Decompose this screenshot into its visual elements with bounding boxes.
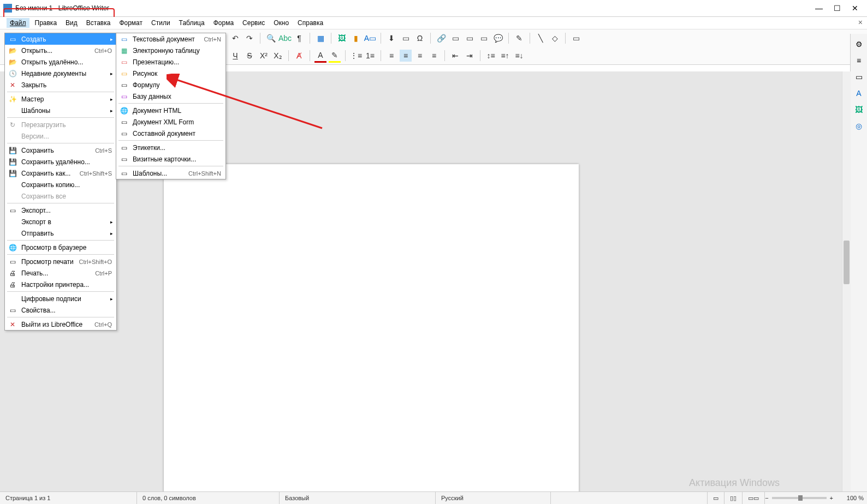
status-page[interactable]: Страница 1 из 1 — [0, 492, 137, 504]
align-left-icon[interactable]: ≡ — [385, 50, 397, 62]
menu-item-export[interactable]: ▭Экспорт... — [5, 205, 116, 216]
menu-tools[interactable]: Сервис — [239, 18, 268, 28]
menu-styles[interactable]: Стили — [148, 18, 174, 28]
submenu-text-document[interactable]: ▭Текстовый документCtrl+N — [116, 33, 225, 45]
status-word-count[interactable]: 0 слов, 0 символов — [137, 492, 280, 504]
draw-icon[interactable]: ▭ — [570, 32, 582, 44]
highlight-icon[interactable]: ✎ — [329, 49, 341, 63]
submenu-presentation[interactable]: ▭Презентацию... — [116, 56, 225, 68]
indent-dec-icon[interactable]: ⇤ — [449, 50, 461, 62]
menu-form[interactable]: Форма — [210, 18, 237, 28]
menu-item-save[interactable]: 💾СохранитьCtrl+S — [5, 145, 116, 156]
zoom-out-icon[interactable]: − — [765, 495, 768, 501]
zoom-in-icon[interactable]: + — [830, 495, 833, 501]
crossref-icon[interactable]: ▭ — [478, 32, 490, 44]
status-view-book[interactable]: ▭▭ — [743, 492, 765, 504]
submenu-bizcards[interactable]: ▭Визитные карточки... — [116, 153, 225, 165]
underline-icon[interactable]: Ч — [229, 50, 241, 62]
menu-format[interactable]: Формат — [116, 18, 146, 28]
field-icon[interactable]: ▭ — [400, 32, 412, 44]
submenu-xml-form[interactable]: ▭Документ XML Form — [116, 116, 225, 128]
menu-item-close[interactable]: ✕Закрыть — [5, 79, 116, 91]
subscript-icon[interactable]: X₂ — [272, 50, 284, 62]
status-view-multi[interactable]: ▯▯ — [725, 492, 743, 504]
comment-icon[interactable]: 💬 — [492, 32, 504, 44]
status-language[interactable]: Русский — [436, 492, 551, 504]
vertical-scrollbar[interactable] — [842, 71, 851, 492]
menu-item-print-preview[interactable]: ▭Просмотр печатиCtrl+Shift+O — [5, 256, 116, 267]
submenu-drawing[interactable]: ▭Рисунок — [116, 68, 225, 79]
shapes-icon[interactable]: ◇ — [549, 32, 561, 44]
pagebreak-icon[interactable]: ⬇ — [385, 32, 397, 44]
menu-item-recent[interactable]: 🕓Недавние документы▸ — [5, 68, 116, 79]
undo-icon[interactable]: ↶ — [229, 32, 241, 44]
sidebar-page-icon[interactable]: ▭ — [853, 71, 865, 83]
submenu-master-doc[interactable]: ▭Составной документ — [116, 128, 225, 139]
sidebar-styles-icon[interactable]: A — [853, 87, 865, 99]
menu-item-create[interactable]: ▭Создать▸ — [5, 33, 116, 45]
zoom-slider[interactable]: − + 100 % — [765, 495, 867, 501]
menu-item-open-remote[interactable]: 📂Открыть удалённо... — [5, 56, 116, 68]
find-icon[interactable]: 🔍 — [265, 32, 277, 44]
strike-icon[interactable]: S — [244, 50, 256, 62]
footnote-icon[interactable]: ▭ — [449, 32, 461, 44]
formatting-marks-icon[interactable]: ¶ — [293, 32, 305, 44]
sidebar-settings-icon[interactable]: ⚙ — [853, 38, 865, 50]
status-insert-mode[interactable] — [551, 492, 708, 504]
font-color-icon[interactable]: A — [314, 49, 326, 63]
menu-item-save-remote[interactable]: 💾Сохранить удалённо... — [5, 156, 116, 167]
status-style[interactable]: Базовый — [280, 492, 436, 504]
menu-view[interactable]: Вид — [62, 18, 81, 28]
minimize-button[interactable]: — — [815, 4, 823, 13]
textbox-icon[interactable]: A▭ — [364, 32, 376, 44]
maximize-button[interactable]: ☐ — [834, 4, 841, 13]
menu-item-save-copy[interactable]: Сохранить копию... — [5, 179, 116, 190]
clear-format-icon[interactable]: A̸ — [293, 50, 305, 62]
menu-window[interactable]: Окно — [270, 18, 292, 28]
menu-item-templates[interactable]: Шаблоны▸ — [5, 105, 116, 116]
submenu-templates[interactable]: ▭Шаблоны...Ctrl+Shift+N — [116, 167, 225, 179]
menu-item-printer-settings[interactable]: 🖨Настройки принтера... — [5, 279, 116, 290]
menu-item-properties[interactable]: ▭Свойства... — [5, 304, 116, 316]
menu-item-wizard[interactable]: ✨Мастер▸ — [5, 93, 116, 105]
menu-item-send[interactable]: Отправить▸ — [5, 227, 116, 239]
indent-inc-icon[interactable]: ⇥ — [464, 50, 476, 62]
menu-item-save-as[interactable]: 💾Сохранить как...Ctrl+Shift+S — [5, 167, 116, 179]
menu-item-export-to[interactable]: Экспорт в▸ — [5, 216, 116, 227]
submenu-labels[interactable]: ▭Этикетки... — [116, 142, 225, 153]
menu-item-digital-sig[interactable]: Цифровые подписи▸ — [5, 293, 116, 304]
submenu-database[interactable]: ▭Базу данных — [116, 91, 225, 102]
menu-item-print[interactable]: 🖨Печать...Ctrl+P — [5, 267, 116, 279]
submenu-html[interactable]: 🌐Документ HTML — [116, 105, 225, 116]
numbering-icon[interactable]: 1≡ — [364, 50, 376, 62]
menu-help[interactable]: Справка — [294, 18, 326, 28]
menu-item-browser-preview[interactable]: 🌐Просмотр в браузере — [5, 242, 116, 253]
align-right-icon[interactable]: ≡ — [414, 50, 426, 62]
sidebar-navigator-icon[interactable]: ◎ — [853, 120, 865, 132]
superscript-icon[interactable]: X² — [258, 50, 270, 62]
menu-insert[interactable]: Вставка — [83, 18, 114, 28]
line-icon[interactable]: ╲ — [535, 32, 547, 44]
spellcheck-icon[interactable]: Abc — [279, 32, 291, 44]
menu-file[interactable]: Файл — [7, 18, 29, 28]
paraspacing-inc-icon[interactable]: ≡↑ — [499, 50, 511, 62]
scrollbar-thumb[interactable] — [844, 241, 850, 284]
chart-icon[interactable]: ▮ — [350, 32, 362, 44]
linespacing-icon[interactable]: ↕≡ — [485, 50, 497, 62]
status-view-single[interactable]: ▭ — [708, 492, 725, 504]
document-page[interactable] — [164, 164, 579, 492]
submenu-spreadsheet[interactable]: ▦Электронную таблицу — [116, 45, 225, 56]
align-justify-icon[interactable]: ≡ — [428, 50, 440, 62]
hyperlink-icon[interactable]: 🔗 — [435, 32, 447, 44]
sidebar-gallery-icon[interactable]: 🖼 — [853, 104, 865, 116]
bookmark-icon[interactable]: ▭ — [464, 32, 476, 44]
close-document-button[interactable]: × — [858, 18, 863, 27]
symbol-icon[interactable]: Ω — [414, 32, 426, 44]
table-icon[interactable]: ▦ — [314, 32, 326, 44]
close-button[interactable]: ✕ — [852, 4, 858, 13]
paraspacing-dec-icon[interactable]: ≡↓ — [513, 50, 525, 62]
trackchanges-icon[interactable]: ✎ — [513, 32, 525, 44]
menu-item-exit[interactable]: ✕Выйти из LibreOfficeCtrl+Q — [5, 319, 116, 330]
image-icon[interactable]: 🖼 — [336, 32, 348, 44]
bullets-icon[interactable]: ⋮≡ — [350, 50, 362, 62]
